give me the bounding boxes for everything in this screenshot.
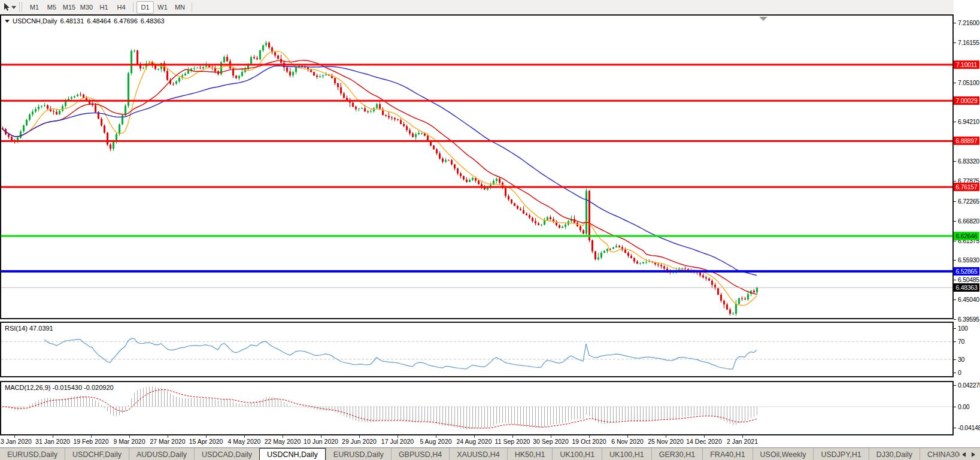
date-label[interactable]: 11 Sep 2020 [495, 438, 530, 445]
tab-scroll-left-icon[interactable] [962, 452, 966, 457]
candle-body [175, 81, 177, 84]
timeframe-button-d1[interactable]: D1 [136, 1, 154, 14]
time-axis[interactable]: 13 Jan 202031 Jan 202019 Feb 20209 Mar 2… [0, 435, 954, 447]
timeframe-button-m1[interactable]: M1 [26, 1, 43, 14]
chart-shift-marker-icon[interactable] [759, 17, 767, 21]
date-label[interactable]: 6 Nov 2020 [611, 438, 644, 445]
date-label[interactable]: 17 Jul 2020 [381, 438, 414, 445]
date-label[interactable]: 10 Jun 2020 [304, 438, 338, 445]
candle-body [606, 249, 608, 251]
candle-body [38, 107, 40, 109]
date-label[interactable]: 2 Jan 2021 [727, 438, 758, 445]
date-label[interactable]: 27 Mar 2020 [150, 438, 186, 445]
date-label[interactable]: 5 Aug 2020 [420, 438, 451, 445]
rsi-plot[interactable] [1, 323, 952, 376]
candle-body [732, 314, 734, 314]
price-level-badge[interactable]: 7.00029 [954, 96, 979, 105]
candle-body [684, 268, 686, 269]
candle-body [400, 120, 402, 124]
candle-body [612, 247, 614, 249]
chart-tab-usdchf-daily[interactable]: USDCHF,Daily [65, 448, 129, 460]
chart-tab-gbpusd-h4[interactable]: GBPUSD,H4 [391, 448, 449, 460]
chart-tab-eurusd-daily[interactable]: EURUSD,Daily [0, 448, 65, 460]
macd-plot[interactable] [1, 382, 952, 434]
candle-body [166, 71, 168, 80]
candle-body [68, 99, 69, 100]
candle-body [385, 115, 387, 116]
date-label[interactable]: 19 Feb 2020 [74, 438, 109, 445]
date-label[interactable]: 9 Mar 2020 [113, 438, 145, 445]
axis-tick-mark [954, 280, 956, 280]
date-label[interactable]: 13 Jan 2020 [0, 438, 32, 445]
date-label[interactable]: 15 Apr 2020 [189, 438, 223, 445]
candle-body [735, 304, 737, 314]
date-label[interactable]: 14 Dec 2020 [686, 438, 722, 445]
candle-body [618, 246, 620, 247]
candle-body [681, 268, 683, 269]
chart-cursor-icon[interactable] [2, 1, 17, 13]
date-label[interactable]: 30 Sep 2020 [533, 438, 569, 445]
chart-tab-usoil-weekly[interactable]: USOil,Weekly [753, 448, 814, 460]
price-level-badge[interactable]: 6.48363 [954, 283, 979, 292]
chart-tab-dj30-daily[interactable]: DJ30,Daily [869, 448, 920, 460]
rsi-indicator-panel[interactable]: RSI(14) 47.0391 [0, 322, 954, 377]
date-label[interactable]: 22 May 2020 [265, 438, 301, 445]
chart-tab-hk50-h1[interactable]: HK50,H1 [507, 448, 553, 460]
chart-tab-ger30-h1[interactable]: GER30,H1 [651, 448, 702, 460]
candle-body [35, 109, 37, 111]
price-axis[interactable]: 7.216007.161557.051006.942106.833206.778… [954, 0, 980, 435]
price-level-badge[interactable]: 6.76157 [954, 183, 979, 191]
date-label[interactable]: 19 Oct 2020 [572, 438, 606, 445]
chart-tab-uk100-h1[interactable]: UK100,H1 [602, 448, 651, 460]
candle-body [630, 256, 632, 258]
chart-tab-usdjpy-h1[interactable]: USDJPY,H1 [813, 448, 868, 460]
chart-tab-audusd-daily[interactable]: AUDUSD,Daily [129, 448, 194, 460]
timeframe-button-m15[interactable]: M15 [60, 1, 78, 14]
collapse-triangle-icon[interactable] [5, 20, 10, 23]
date-label[interactable]: 24 Aug 2020 [457, 438, 492, 445]
candle-body [86, 98, 87, 100]
timeframe-button-w1[interactable]: W1 [154, 1, 171, 14]
candlestick-chart[interactable] [1, 16, 952, 318]
timeframe-button-h1[interactable]: H1 [95, 1, 113, 14]
candle-body [585, 190, 587, 234]
rsi-tick-label: 100 [958, 325, 968, 332]
axis-tick-mark [954, 359, 956, 360]
chart-tab-xauusd-h4[interactable]: XAUUSD,H4 [449, 448, 507, 460]
timeframe-buttons: M1M5M15M30H1H4D1W1MN [26, 1, 195, 14]
timeframe-button-h4[interactable]: H4 [113, 1, 130, 14]
timeframe-button-mn[interactable]: MN [171, 1, 189, 14]
timeframe-button-m5[interactable]: M5 [43, 1, 60, 14]
chart-tab-eurusd-daily[interactable]: EURUSD,Daily [326, 448, 391, 460]
date-label[interactable]: 4 May 2020 [228, 438, 261, 445]
candle-body [562, 227, 563, 228]
timeframe-button-m30[interactable]: M30 [78, 1, 95, 14]
chart-tab-uk100-h1[interactable]: UK100,H1 [552, 448, 602, 460]
candle-body [388, 116, 390, 117]
chart-tab-usdcad-daily[interactable]: USDCAD,Daily [194, 448, 259, 460]
price-level-badge[interactable]: 6.88897 [954, 137, 979, 145]
candle-body [196, 68, 198, 68]
date-label[interactable]: 31 Jan 2020 [35, 438, 70, 445]
candle-body [478, 181, 480, 184]
price-level-badge[interactable]: 6.52865 [954, 267, 979, 276]
chart-title: USDCNH,Daily 6.48131 6.48464 6.47696 6.4… [5, 17, 165, 25]
price-chart-panel[interactable]: USDCNH,Daily 6.48131 6.48464 6.47696 6.4… [0, 14, 954, 319]
date-label[interactable]: 29 Jun 2020 [342, 438, 377, 445]
price-level-badge[interactable]: 7.10011 [954, 60, 979, 69]
price-level-badge[interactable]: 6.62646 [954, 232, 979, 240]
candle-body [62, 106, 63, 111]
candle-body [397, 119, 399, 120]
chart-tab-fra40-h1[interactable]: FRA40,H1 [702, 448, 752, 460]
candle-body [107, 132, 108, 144]
candle-body [448, 160, 450, 161]
candle-body [466, 180, 468, 182]
candle-body [352, 102, 354, 107]
candle-body [603, 251, 605, 253]
chart-tab-usdcnh-daily[interactable]: USDCNH,Daily [259, 448, 326, 460]
tab-scroll-right-icon[interactable] [972, 452, 975, 457]
date-label[interactable]: 25 Nov 2020 [648, 438, 684, 445]
macd-indicator-panel[interactable]: MACD(12,26,9) -0.015430 -0.020920 [0, 381, 954, 435]
toolbar-grip[interactable] [19, 2, 22, 12]
axis-tick-mark [954, 260, 956, 261]
